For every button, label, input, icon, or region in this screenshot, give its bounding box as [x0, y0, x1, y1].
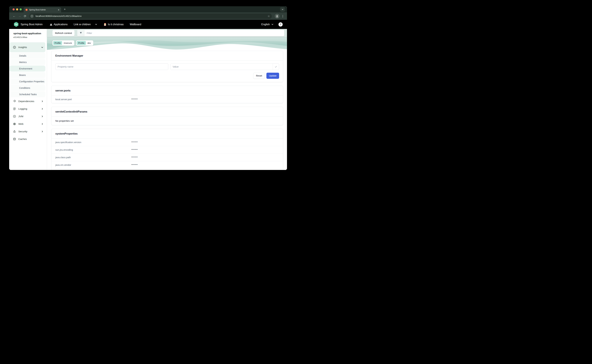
sidebar-item-label: Beans — [19, 74, 26, 76]
sidebar-nav: Insights Details Metrics Environment Bea… — [9, 42, 47, 143]
chevron-down-icon — [41, 46, 43, 49]
empty-state-text: No properties set — [52, 117, 283, 125]
sidebar: spring-boot-application e514921c98aa Ins… — [9, 29, 47, 170]
bookmark-star-icon[interactable]: ☆ — [268, 14, 270, 18]
sidebar-item-configuration-properties[interactable]: Configuration Properties — [9, 78, 45, 84]
reload-icon[interactable]: ⟳ — [22, 14, 28, 18]
chevron-right-icon — [41, 123, 43, 125]
nav-item-link-w-children[interactable]: Link w children — [74, 23, 97, 26]
sidebar-item-label: Configuration Properties — [19, 80, 44, 83]
nav-item-applications[interactable]: Applications — [50, 23, 68, 26]
site-info-icon[interactable] — [30, 14, 34, 18]
sidebar-item-label: Conditions — [19, 87, 30, 89]
sidebar-item-beans[interactable]: Beans — [9, 72, 45, 78]
reset-button[interactable]: Reset — [253, 73, 265, 79]
update-button[interactable]: Update — [266, 73, 279, 79]
sidebar-item-scheduled-tasks[interactable]: Scheduled Tasks — [9, 91, 45, 97]
environment-manager-body: Reset Update — [52, 61, 283, 82]
sidebar-item-label: Web — [18, 123, 24, 125]
spring-boot-admin-logo-icon — [13, 22, 19, 27]
profile-badge-insecure: Profile insecure — [53, 40, 74, 46]
filter-group — [77, 30, 284, 36]
filter-funnel-icon — [77, 30, 85, 36]
sidebar-item-conditions[interactable]: Conditions — [9, 85, 45, 91]
property-value: ****** — [132, 141, 279, 143]
section-title: servletContextInitParams — [52, 107, 283, 117]
property-value: ****** — [132, 149, 279, 151]
browser-menu-icon[interactable]: ⋮ — [281, 14, 285, 18]
sidebar-item-label: Dependencies — [18, 100, 34, 103]
sidebar-item-jvm[interactable]: JVM — [9, 113, 45, 120]
table-row: java.class.path ****** — [52, 154, 283, 161]
property-name-input[interactable] — [55, 63, 168, 70]
sidebar-item-label: JVM — [18, 115, 23, 118]
filter-input[interactable] — [85, 30, 284, 36]
sidebar-item-label: Security — [18, 130, 27, 133]
browser-tab[interactable]: Spring Boot Admin ✕ — [24, 7, 61, 12]
sidebar-item-insights[interactable]: Insights — [9, 42, 45, 52]
sidebar-item-security[interactable]: Security — [9, 128, 45, 135]
chevron-right-icon — [41, 115, 43, 117]
language-selector[interactable]: English — [261, 23, 274, 26]
nav-item-wallboard[interactable]: Wallboard — [130, 23, 141, 26]
puzzle-icon — [13, 100, 16, 103]
forward-icon[interactable]: → — [17, 14, 22, 18]
server-ports-card: server.ports local.server.port ****** — [51, 86, 283, 103]
environment-manager-card: Environment Manager R — [51, 51, 283, 82]
sidebar-item-metrics[interactable]: Metrics — [9, 59, 45, 65]
zoom-window-button[interactable] — [20, 8, 22, 10]
property-value: ****** — [132, 156, 279, 158]
tab-favicon-icon — [25, 8, 28, 11]
servlet-context-card: servletContextInitParams No properties s… — [51, 107, 283, 125]
sidebar-item-label: Environment — [19, 67, 32, 70]
table-row: sun.arch.data.model ****** — [52, 169, 283, 170]
sidebar-item-label: Insights — [18, 46, 27, 49]
sidebar-item-label: Details — [19, 54, 26, 57]
minimize-window-button[interactable] — [16, 8, 18, 10]
tab-search-chevron-button[interactable] — [280, 7, 285, 12]
nav-item-is-it-christmas[interactable]: 🎅 Is it christmas — [103, 23, 124, 26]
sidebar-instance-id: e514921c98aa — [9, 36, 47, 39]
chevron-right-icon — [41, 100, 43, 102]
nav-item-label: Applications — [54, 23, 68, 26]
sidebar-item-label: Metrics — [19, 61, 27, 64]
sidebar-item-web[interactable]: Web — [9, 120, 45, 128]
value-input[interactable] — [171, 64, 273, 70]
back-icon[interactable]: ← — [11, 14, 17, 18]
document-icon — [13, 107, 16, 110]
env-toolbar: Refresh context — [47, 29, 287, 37]
window-controls — [9, 8, 22, 10]
refresh-context-button[interactable]: Refresh context — [53, 30, 74, 36]
santa-emoji: 🎅 — [103, 23, 107, 26]
sidebar-item-environment[interactable]: Environment — [9, 65, 45, 72]
url-text: localhost:8080/instances/e514921c98aa/en… — [36, 15, 268, 17]
help-button[interactable]: ? — [278, 22, 283, 26]
nav-item-label: Is it christmas — [108, 23, 124, 26]
main-panel: Refresh context Profile in — [47, 29, 287, 170]
brand-name: Spring Boot Admin — [20, 23, 43, 26]
tab-title: Spring Boot Admin — [29, 9, 56, 11]
language-label: English — [261, 23, 270, 26]
browser-toolbar: ← → ⟳ localhost:8080/instances/e514921c9… — [9, 12, 287, 20]
close-window-button[interactable] — [13, 8, 15, 10]
database-icon — [13, 138, 16, 141]
sidebar-item-logging[interactable]: Logging — [9, 105, 45, 112]
profile-chip: Profile — [53, 41, 62, 45]
value-check-icon — [273, 64, 279, 70]
nav-item-label: Link w children — [74, 23, 91, 26]
chevron-right-icon — [41, 130, 43, 133]
sidebar-item-details[interactable]: Details — [9, 53, 45, 59]
property-name: sun.jnu.encoding — [55, 149, 132, 151]
new-tab-button[interactable]: + — [64, 7, 66, 11]
profile-avatar[interactable] — [275, 14, 279, 19]
table-row: java.vm.vendor ****** — [52, 161, 283, 169]
sidebar-item-dependencies[interactable]: Dependencies — [9, 98, 45, 105]
system-properties-card: systemProperties java.specification.vers… — [51, 129, 283, 170]
sidebar-item-label: Logging — [18, 107, 27, 110]
tab-close-icon[interactable]: ✕ — [58, 9, 59, 11]
property-name: java.class.path — [55, 156, 132, 159]
sidebar-item-caches[interactable]: Caches — [9, 136, 45, 143]
info-circle-icon — [13, 46, 16, 49]
url-bar[interactable]: localhost:8080/instances/e514921c98aa/en… — [29, 13, 272, 19]
brand[interactable]: Spring Boot Admin — [13, 22, 43, 27]
